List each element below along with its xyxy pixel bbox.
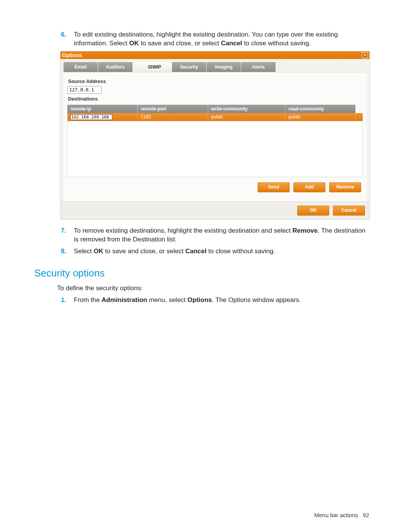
tab-snmp[interactable]: SNMP bbox=[137, 62, 172, 72]
tab-security[interactable]: Security bbox=[172, 62, 206, 72]
col-remote-port: remote-port bbox=[138, 105, 208, 113]
step-number: 1. bbox=[61, 296, 74, 305]
source-address-input[interactable] bbox=[67, 86, 102, 94]
footer-page: 92 bbox=[363, 512, 369, 518]
step-number: 8. bbox=[61, 247, 74, 256]
dialog-footer: OK Cancel bbox=[61, 201, 370, 219]
cancel-button[interactable]: Cancel bbox=[333, 206, 365, 216]
cell-remote-port: 1162 bbox=[138, 113, 208, 121]
destinations-buttons: Send Add Remove bbox=[67, 177, 363, 198]
footer-label: Menu bar actions bbox=[314, 512, 358, 518]
cell-write-community: public bbox=[208, 113, 285, 121]
destinations-grid-body bbox=[67, 121, 363, 177]
snmp-panel: Source Address Destinations remote-ip re… bbox=[64, 72, 366, 201]
source-address-label: Source Address bbox=[68, 78, 362, 84]
add-button[interactable]: Add bbox=[293, 182, 325, 192]
remove-button[interactable]: Remove bbox=[329, 182, 361, 192]
step-6: 6. To edit existing destinations, highli… bbox=[61, 30, 369, 48]
section-intro: To define the security options: bbox=[57, 284, 369, 292]
step-1: 1. From the Administration menu, select … bbox=[61, 296, 369, 305]
section-heading: Security options bbox=[34, 267, 369, 279]
tab-email[interactable]: Email bbox=[64, 62, 98, 72]
step-text: Select OK to save and close, or select C… bbox=[74, 247, 275, 256]
tab-imaging[interactable]: Imaging bbox=[207, 62, 241, 72]
step-number: 6. bbox=[61, 30, 74, 48]
tab-auditors[interactable]: Auditors bbox=[98, 62, 132, 72]
step-7: 7. To remove existing destinations, high… bbox=[61, 227, 369, 244]
destinations-header: remote-ip remote-port write-community re… bbox=[67, 105, 363, 113]
dialog-title: Options bbox=[62, 52, 82, 58]
remote-ip-input[interactable] bbox=[70, 114, 112, 120]
step-number: 7. bbox=[61, 227, 74, 244]
step-8: 8. Select OK to save and close, or selec… bbox=[61, 247, 369, 256]
close-icon[interactable]: x bbox=[362, 52, 368, 58]
page-footer: Menu bar actions 92 bbox=[314, 512, 369, 518]
tab-alerts[interactable]: Alerts bbox=[241, 62, 276, 72]
send-button[interactable]: Send bbox=[258, 182, 290, 192]
options-dialog: Options x Email Auditors SNMP Security I… bbox=[60, 51, 370, 220]
destinations-label: Destinations bbox=[68, 96, 362, 102]
col-read-community: read-community bbox=[285, 105, 355, 113]
cell-remote-ip[interactable] bbox=[67, 113, 138, 121]
col-remote-ip: remote-ip bbox=[67, 105, 138, 113]
col-write-community: write-community bbox=[208, 105, 285, 113]
dialog-titlebar: Options x bbox=[61, 51, 370, 59]
table-row[interactable]: 1162 public public bbox=[67, 113, 363, 121]
ok-button[interactable]: OK bbox=[297, 206, 329, 216]
step-text: To edit existing destinations, highlight… bbox=[74, 30, 369, 48]
step-text: From the Administration menu, select Opt… bbox=[74, 296, 301, 305]
cell-read-community: public bbox=[285, 113, 356, 121]
step-text: To remove existing destinations, highlig… bbox=[74, 227, 369, 244]
tab-strip: Email Auditors SNMP Security Imaging Ale… bbox=[61, 59, 370, 72]
